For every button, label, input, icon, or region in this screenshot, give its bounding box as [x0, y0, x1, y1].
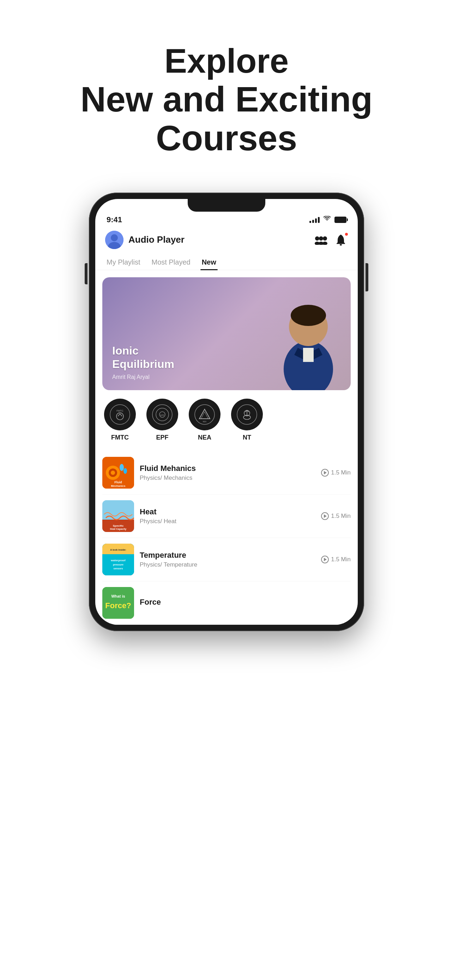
avatar[interactable]: [105, 231, 124, 249]
svg-text:waterproof: waterproof: [110, 559, 126, 562]
status-time: 9:41: [106, 215, 122, 224]
course-name-heat: Heat: [140, 507, 315, 517]
category-label-fmtc: FMTC: [111, 434, 129, 441]
course-name-fluid-mechanics: Fluid Mehanics: [140, 464, 315, 473]
svg-point-3: [315, 236, 319, 240]
svg-text:Fluid: Fluid: [114, 480, 122, 484]
categories-row: FMTC FMTC EPF: [95, 399, 358, 441]
svg-point-1: [111, 234, 118, 241]
svg-text:Force?: Force?: [105, 601, 131, 610]
category-icon-nt: [231, 399, 263, 430]
app-header: Audio Player: [95, 226, 358, 255]
svg-point-12: [291, 305, 326, 326]
notification-icon[interactable]: [334, 233, 348, 247]
course-subject-temperature: Physics/ Temperature: [140, 561, 315, 568]
course-item-fluid-mechanics[interactable]: Fluid Mechanics Fluid Mehanics Physics/ …: [102, 451, 351, 495]
phone-mockup: 9:41: [89, 192, 364, 631]
app-title: Audio Player: [129, 234, 184, 245]
svg-text:sensors: sensors: [114, 567, 123, 570]
course-list: Fluid Mechanics Fluid Mehanics Physics/ …: [95, 451, 358, 625]
header-section: Explore New and Exciting Courses: [0, 0, 453, 178]
play-icon-heat[interactable]: [321, 512, 329, 520]
notification-badge: [344, 232, 348, 236]
header-subtitle: New and Exciting Courses: [14, 80, 439, 158]
svg-point-8: [323, 242, 327, 245]
course-subject-fluid-mechanics: Physics/ Mechanics: [140, 474, 315, 482]
tabs-bar: My Playlist Most Played New: [95, 255, 358, 270]
category-nt[interactable]: NT: [229, 399, 265, 441]
groups-icon[interactable]: [314, 233, 328, 247]
phone-screen: 9:41: [95, 199, 358, 625]
hero-content: IonicEquilibrium Amrit Raj Aryal: [102, 334, 184, 390]
signal-icon: [309, 216, 319, 223]
category-fmtc[interactable]: FMTC FMTC: [102, 399, 138, 441]
category-icon-fmtc: FMTC: [104, 399, 136, 430]
tab-new[interactable]: New: [200, 255, 218, 270]
hero-person-image: [266, 284, 351, 390]
svg-point-5: [323, 236, 327, 240]
header-explore: Explore: [14, 42, 439, 80]
course-item-force[interactable]: What is Force? Force: [102, 581, 351, 625]
play-icon-temperature[interactable]: [321, 555, 329, 563]
svg-point-31: [124, 468, 127, 474]
hero-title: IonicEquilibrium: [112, 344, 174, 371]
play-icon-fluid-mechanics[interactable]: [321, 469, 329, 477]
course-subject-heat: Physics/ Heat: [140, 518, 315, 525]
svg-text:EPF: EPF: [160, 414, 164, 416]
svg-text:FMTC: FMTC: [116, 410, 123, 412]
course-info-force: Force: [140, 598, 345, 608]
category-icon-epf: EPF: [146, 399, 178, 430]
svg-point-30: [119, 464, 124, 471]
svg-text:pressure: pressure: [113, 563, 124, 566]
category-label-epf: EPF: [156, 434, 168, 441]
svg-text:A look inside:: A look inside:: [110, 549, 126, 551]
svg-point-9: [340, 244, 342, 245]
tab-most-played[interactable]: Most Played: [150, 255, 192, 270]
battery-icon: [334, 216, 347, 223]
svg-point-14: [110, 405, 130, 425]
phone-frame: 9:41: [89, 192, 364, 631]
phone-notch: [188, 199, 265, 212]
category-label-nea: NEA: [198, 434, 211, 441]
status-bar: 9:41: [95, 212, 358, 226]
course-item-temperature[interactable]: A look inside: waterproof pressure senso…: [102, 538, 351, 581]
wifi-icon: [323, 216, 331, 223]
app-header-right: [314, 233, 348, 247]
svg-text:NEA: NEA: [203, 420, 207, 423]
category-nea[interactable]: NEA NEA: [187, 399, 222, 441]
course-info-fluid-mechanics: Fluid Mehanics Physics/ Mechanics: [140, 464, 315, 482]
course-duration-heat: 1.5 Min: [321, 512, 351, 520]
course-duration-fluid-mechanics: 1.5 Min: [321, 469, 351, 477]
hero-banner: IonicEquilibrium Amrit Raj Aryal: [102, 277, 351, 390]
category-icon-nea: NEA: [189, 399, 221, 430]
svg-text:Mechanics: Mechanics: [111, 484, 126, 488]
svg-point-4: [319, 236, 323, 240]
course-name-force: Force: [140, 598, 345, 607]
category-label-nt: NT: [243, 434, 251, 441]
course-thumb-temperature: A look inside: waterproof pressure senso…: [102, 544, 134, 575]
svg-point-29: [111, 471, 115, 475]
svg-rect-13: [303, 348, 314, 362]
course-thumb-heat: Specific Heat Capacity: [102, 500, 134, 532]
svg-text:Specific: Specific: [113, 524, 124, 527]
course-duration-temperature: 1.5 Min: [321, 555, 351, 563]
course-thumb-force: What is Force?: [102, 587, 134, 619]
svg-text:What is: What is: [111, 594, 125, 598]
course-item-heat[interactable]: Specific Heat Capacity Heat Physics/ Hea…: [102, 495, 351, 538]
hero-author: Amrit Raj Aryal: [112, 374, 174, 380]
course-name-temperature: Temperature: [140, 550, 315, 560]
status-icons: [309, 216, 347, 223]
svg-text:Heat Capacity: Heat Capacity: [110, 528, 126, 531]
course-thumb-fluid-mechanics: Fluid Mechanics: [102, 457, 134, 488]
app-header-left: Audio Player: [105, 231, 184, 249]
category-epf[interactable]: EPF EPF: [145, 399, 180, 441]
tab-my-playlist[interactable]: My Playlist: [105, 255, 142, 270]
course-info-temperature: Temperature Physics/ Temperature: [140, 550, 315, 568]
course-info-heat: Heat Physics/ Heat: [140, 507, 315, 525]
